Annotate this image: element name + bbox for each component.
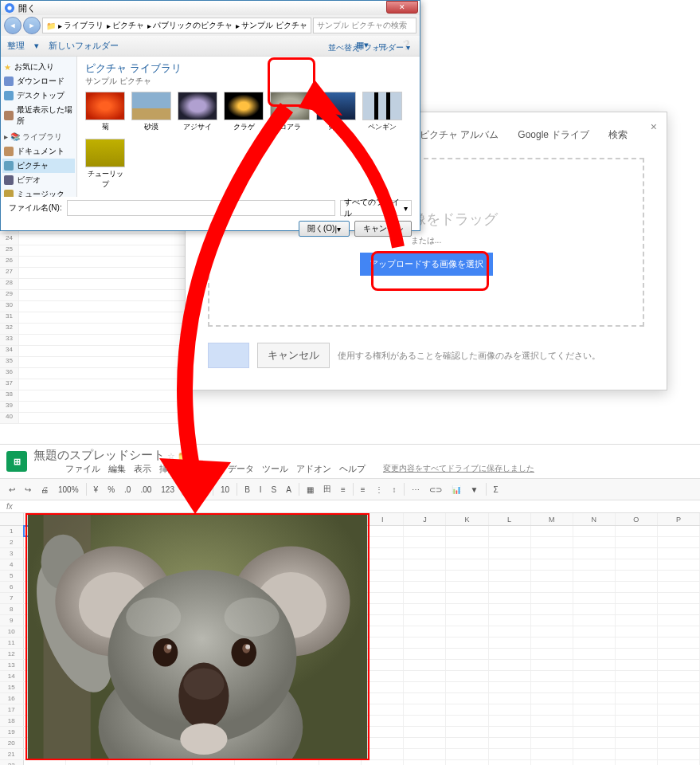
upload-tab-drive[interactable]: Google ドライブ [518, 128, 589, 142]
cell[interactable] [616, 626, 658, 637]
cell[interactable] [616, 548, 658, 559]
inserted-koala-image[interactable] [25, 513, 370, 760]
cell[interactable] [616, 760, 658, 765]
file-thumb-hydrangeas[interactable]: アジサイ [178, 92, 217, 132]
breadcrumb-item[interactable]: ▸ パブリックのピクチャ [147, 20, 233, 31]
filename-input[interactable] [67, 200, 335, 216]
link-button[interactable]: ⋯ [409, 484, 422, 496]
cell[interactable] [489, 682, 531, 692]
cell[interactable] [531, 604, 573, 614]
cell[interactable] [489, 559, 531, 570]
increase-decimal-button[interactable]: .00 [138, 484, 154, 496]
sort-control[interactable]: 並べ替え: フォルダー ▾ [328, 42, 410, 53]
cell[interactable] [531, 649, 573, 659]
cell[interactable] [446, 571, 488, 581]
row-header[interactable]: 5 [0, 571, 24, 581]
cell[interactable] [404, 593, 446, 603]
back-button[interactable]: ◄ [4, 17, 22, 34]
cell[interactable] [573, 749, 616, 759]
input-method-button[interactable]: Σ [491, 484, 501, 496]
print-button[interactable]: 🖨 [38, 484, 51, 496]
cell[interactable] [616, 671, 658, 681]
cell[interactable] [531, 727, 573, 737]
cell[interactable] [658, 615, 700, 626]
menu-insert[interactable]: 挿入 [159, 463, 177, 475]
cell[interactable] [658, 537, 700, 547]
cell[interactable] [489, 671, 531, 681]
cell[interactable] [616, 571, 658, 581]
cell[interactable] [404, 626, 446, 637]
menu-format[interactable]: 表示形式 [185, 463, 220, 475]
cell[interactable] [616, 649, 658, 659]
cell[interactable] [404, 671, 446, 681]
cell[interactable] [573, 537, 616, 547]
cell[interactable] [658, 638, 700, 648]
row-header[interactable]: 12 [0, 649, 24, 659]
cell[interactable] [658, 660, 700, 670]
row-header[interactable]: 8 [0, 604, 24, 614]
cell[interactable] [489, 626, 531, 637]
sidebar-favorites[interactable]: ★お気に入り [2, 60, 75, 74]
cell[interactable] [404, 559, 446, 570]
cell[interactable] [446, 671, 488, 681]
row-header[interactable]: 14 [0, 671, 24, 681]
cell[interactable] [277, 760, 319, 765]
cell[interactable] [616, 559, 658, 570]
cell[interactable] [616, 716, 658, 726]
cell[interactable] [658, 671, 700, 681]
cell[interactable] [489, 704, 531, 715]
row-header[interactable]: 18 [0, 716, 24, 726]
file-thumb-jellyfish[interactable]: クラゲ [224, 92, 264, 132]
cell[interactable] [531, 626, 573, 637]
cell[interactable] [573, 660, 616, 670]
cell[interactable] [446, 593, 488, 603]
borders-button[interactable]: 田 [321, 482, 334, 496]
row-header[interactable]: 3 [0, 548, 24, 559]
cell[interactable] [573, 738, 616, 748]
cell[interactable] [531, 593, 573, 603]
cell[interactable] [658, 682, 700, 692]
cell[interactable] [616, 638, 658, 648]
cell[interactable] [573, 649, 616, 659]
file-thumb-lighthouse[interactable]: 灯台 [316, 92, 356, 132]
upload-tab-search[interactable]: 検索 [608, 128, 628, 142]
file-thumb-chrysanthemum[interactable]: 菊 [85, 92, 125, 132]
cell[interactable] [404, 548, 446, 559]
cell[interactable] [404, 615, 446, 626]
cell[interactable] [573, 727, 616, 737]
percent-button[interactable]: % [105, 484, 117, 496]
cell[interactable] [489, 638, 531, 648]
cell[interactable] [446, 727, 488, 737]
cell[interactable] [404, 604, 446, 614]
cell[interactable] [446, 704, 488, 715]
row-header[interactable]: 17 [0, 704, 24, 715]
cell[interactable] [658, 571, 700, 581]
cell[interactable] [616, 526, 658, 536]
cell[interactable] [404, 716, 446, 726]
sidebar-libraries-header[interactable]: ▸ 📚 ライブラリ [2, 128, 75, 144]
cell[interactable] [531, 638, 573, 648]
cell[interactable] [489, 548, 531, 559]
cell[interactable] [404, 582, 446, 592]
cell[interactable] [658, 559, 700, 570]
cell[interactable] [531, 582, 573, 592]
cell[interactable] [193, 760, 235, 765]
upload-tab-albums[interactable]: ピクチャ アルバム [420, 128, 499, 142]
cell[interactable] [319, 760, 362, 765]
cell[interactable] [573, 559, 616, 570]
upload-cancel-button[interactable]: キャンセル [257, 343, 330, 368]
row-header[interactable]: 22 [0, 760, 24, 765]
address-bar[interactable]: 📁 ▸ ライブラリ ▸ ピクチャ ▸ パブリックのピクチャ ▸ サンプル ピクチ… [42, 18, 311, 33]
cell[interactable] [616, 704, 658, 715]
cell[interactable] [446, 649, 488, 659]
cell[interactable] [24, 760, 66, 765]
cell[interactable] [404, 537, 446, 547]
cell[interactable] [573, 615, 616, 626]
file-thumb-desert[interactable]: 砂漠 [131, 92, 171, 132]
merge-button[interactable]: ≡ [338, 484, 348, 496]
cell[interactable] [573, 626, 616, 637]
col-header[interactable]: J [404, 513, 446, 525]
halign-button[interactable]: ≡ [358, 484, 368, 496]
cell[interactable] [531, 716, 573, 726]
cell[interactable] [616, 660, 658, 670]
